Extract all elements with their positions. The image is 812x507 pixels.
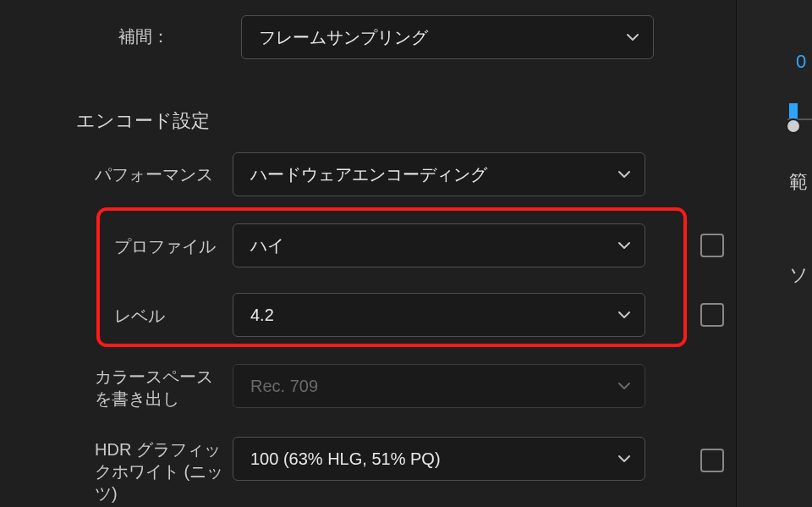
profile-dropdown[interactable]: ハイ [233,223,645,267]
chevron-down-icon [617,308,631,322]
interpolation-value: フレームサンプリング [259,26,428,49]
profile-checkbox[interactable] [700,234,724,257]
side-label-source: ソ [789,262,809,288]
side-tick [789,103,798,118]
profile-label: プロファイル [114,235,216,257]
colorspace-dropdown: Rec. 709 [233,364,645,408]
chevron-down-icon [617,239,631,252]
chevron-down-icon [617,168,631,181]
side-panel-fragment: 0 範 ソ [736,0,812,507]
performance-label: パフォーマンス [95,163,213,185]
level-label: レベル [114,305,165,327]
hdrwhite-checkbox[interactable] [700,449,724,472]
level-dropdown[interactable]: 4.2 [233,293,645,337]
chevron-down-icon [617,452,631,466]
hdrwhite-value: 100 (63% HLG, 51% PQ) [250,449,441,469]
side-label-range: 範 [789,169,808,195]
colorspace-label: カラースペースを書き出し [95,366,226,410]
performance-dropdown[interactable]: ハードウェアエンコーディング [233,152,645,196]
chevron-down-icon [617,379,631,393]
level-checkbox[interactable] [700,303,724,327]
chevron-down-icon [626,30,639,44]
side-knob[interactable] [787,120,799,132]
hdrwhite-label: HDR グラフィックホワイト (ニッツ) [95,438,230,504]
profile-value: ハイ [250,234,284,257]
level-value: 4.2 [250,306,274,325]
interpolation-label: 補間： [118,25,169,47]
side-zero: 0 [796,51,806,73]
interpolation-dropdown[interactable]: フレームサンプリング [241,15,654,59]
performance-value: ハードウェアエンコーディング [250,163,487,186]
settings-panel: 補間： フレームサンプリング エンコード設定 パフォーマンス ハードウェアエンコ… [0,0,736,507]
hdrwhite-dropdown[interactable]: 100 (63% HLG, 51% PQ) [233,437,645,481]
colorspace-value: Rec. 709 [250,377,318,396]
encode-section-header: エンコード設定 [76,108,210,134]
